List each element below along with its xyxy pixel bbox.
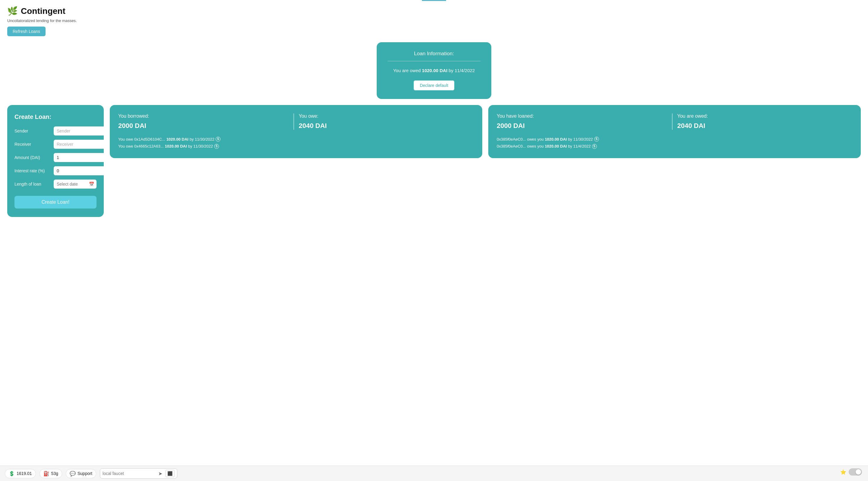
- entry-amount: 1020.00 DAI: [545, 143, 567, 150]
- loan-info-text: You are owed 1020.00 DAI by 11/4/2022: [388, 67, 480, 74]
- entry-date: by 11/30/2022: [568, 136, 593, 143]
- loan-info-amount: 1020.00 DAI: [422, 68, 447, 73]
- support-icon: 💬: [70, 471, 76, 477]
- entry-date: by 11/4/2022: [568, 143, 591, 150]
- receiver-input[interactable]: [54, 140, 113, 149]
- owe-label: You owe:: [299, 114, 469, 119]
- date-input[interactable]: [54, 180, 96, 189]
- gas-icon: ⛽: [43, 471, 50, 477]
- borrowed-stats-row: You borrowed: 2000 DAI You owe: 2040 DAI: [118, 114, 474, 130]
- balance-value: 1619.01: [17, 471, 32, 476]
- gas-value: 53g: [51, 471, 58, 476]
- loaned-entries: 0x385f0eAeC0... owes you 1020.00 DAI by …: [497, 136, 852, 150]
- app-header: 🌿 Contingent: [7, 6, 861, 16]
- sender-input[interactable]: [54, 126, 113, 136]
- borrowed-card: You borrowed: 2000 DAI You owe: 2040 DAI…: [110, 105, 482, 158]
- support-label: Support: [78, 471, 92, 476]
- faucet-send-button[interactable]: ➤: [157, 470, 163, 477]
- balance-icon: 💲: [9, 471, 15, 477]
- refresh-loans-button[interactable]: Refresh Loans: [7, 27, 45, 36]
- length-label: Length of loan: [14, 182, 51, 186]
- faucet-input[interactable]: [102, 471, 155, 476]
- info-icon[interactable]: S: [592, 144, 597, 149]
- status-bar: 💲 1619.01 ⛽ 53g 💬 Support ➤ ⬛: [0, 465, 868, 481]
- entry-text-pre: You owe 0x1Ad5D6104C...: [118, 136, 165, 143]
- entry-date: by 11/30/2022: [190, 136, 214, 143]
- entry-amount: 1020.00 DAI: [166, 136, 188, 143]
- loaned-owed-stat-col: You are owed: 2040 DAI: [677, 114, 852, 130]
- gas-pill[interactable]: ⛽ 53g: [39, 469, 62, 478]
- borrowed-stat-col: You borrowed: 2000 DAI: [118, 114, 294, 130]
- loan-info-divider: [388, 61, 480, 61]
- amount-input[interactable]: [54, 153, 113, 162]
- entry-amount: 1020.00 DAI: [165, 143, 187, 150]
- loaned-value: 2000 DAI: [497, 122, 667, 130]
- list-item: You owe 0x1Ad5D6104C... 1020.00 DAI by 1…: [118, 136, 474, 143]
- dark-mode-toggle-wrapper: ⭐: [840, 468, 862, 476]
- balance-pill[interactable]: 💲 1619.01: [5, 469, 36, 478]
- loan-info-title: Loan Information:: [388, 51, 480, 57]
- amount-row: Amount (DAI): [14, 153, 96, 162]
- loaned-owed-value: 2040 DAI: [677, 122, 848, 130]
- entry-text-pre: You owe 0x4665c12A63...: [118, 143, 164, 150]
- list-item: 0x385f0eAeC0... owes you 1020.00 DAI by …: [497, 143, 852, 150]
- loaned-label: You have loaned:: [497, 114, 667, 119]
- info-icon[interactable]: S: [216, 137, 220, 142]
- receiver-label: Receiver: [14, 142, 51, 147]
- support-pill[interactable]: 💬 Support: [66, 469, 96, 478]
- loan-info-card: Loan Information: You are owed 1020.00 D…: [377, 42, 491, 99]
- app-subtitle: Uncollatoralized lending for the masses.: [7, 19, 861, 23]
- date-input-wrapper: 📅: [54, 180, 96, 189]
- faucet-copy-button[interactable]: ⬛: [165, 470, 175, 477]
- loaned-card: You have loaned: 2000 DAI You are owed: …: [488, 105, 861, 158]
- owe-stat-col: You owe: 2040 DAI: [299, 114, 474, 130]
- app-title: Contingent: [21, 6, 65, 16]
- star-icon: ⭐: [840, 469, 846, 475]
- declare-default-button[interactable]: Declare default: [413, 80, 455, 91]
- entry-date: by 11/30/2022: [188, 143, 213, 150]
- dark-mode-toggle[interactable]: [849, 468, 862, 476]
- entry-text-pre: 0x385f0eAeC0... owes you: [497, 136, 544, 143]
- create-loan-button[interactable]: Create Loan!: [14, 196, 96, 209]
- interest-row: Interest rate (%): [14, 166, 96, 175]
- entry-amount: 1020.00 DAI: [545, 136, 567, 143]
- entry-text-pre: 0x385f0eAeC0... owes you: [497, 143, 544, 150]
- borrowed-label: You borrowed:: [118, 114, 289, 119]
- borrowed-value: 2000 DAI: [118, 122, 289, 130]
- sender-row: Sender: [14, 126, 96, 136]
- receiver-row: Receiver: [14, 140, 96, 149]
- info-icon[interactable]: S: [214, 144, 219, 149]
- loaned-stat-col: You have loaned: 2000 DAI: [497, 114, 673, 130]
- owe-value: 2040 DAI: [299, 122, 469, 130]
- interest-label: Interest rate (%): [14, 169, 51, 173]
- length-row: Length of loan 📅: [14, 180, 96, 189]
- info-icon[interactable]: S: [594, 137, 599, 142]
- borrowed-entries: You owe 0x1Ad5D6104C... 1020.00 DAI by 1…: [118, 136, 474, 150]
- faucet-wrapper: ➤ ⬛: [100, 468, 177, 479]
- create-loan-title: Create Loan:: [14, 114, 96, 120]
- loaned-owed-label: You are owed:: [677, 114, 848, 119]
- app-logo-icon: 🌿: [7, 6, 18, 16]
- list-item: You owe 0x4665c12A63... 1020.00 DAI by 1…: [118, 143, 474, 150]
- create-loan-card: Create Loan: Sender Receiver Amount (DAI…: [7, 105, 104, 217]
- list-item: 0x385f0eAeC0... owes you 1020.00 DAI by …: [497, 136, 852, 143]
- progress-bar: [422, 0, 446, 1]
- sender-label: Sender: [14, 128, 51, 133]
- amount-label: Amount (DAI): [14, 155, 51, 160]
- interest-input[interactable]: [54, 166, 113, 175]
- loaned-stats-row: You have loaned: 2000 DAI You are owed: …: [497, 114, 852, 130]
